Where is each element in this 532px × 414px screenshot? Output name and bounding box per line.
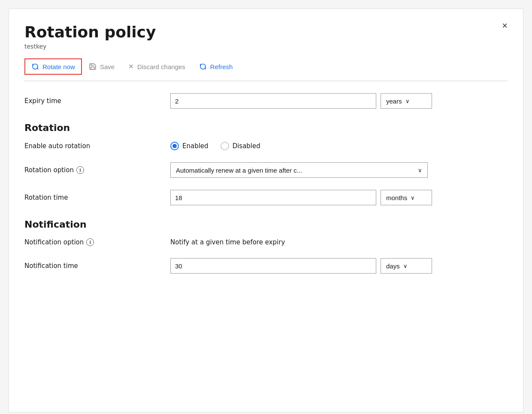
rotation-time-unit-label: months: [386, 194, 407, 201]
enabled-radio-circle: [170, 142, 179, 150]
save-button[interactable]: Save: [82, 59, 121, 74]
rotation-option-controls: Automatically renew at a given time afte…: [170, 162, 508, 178]
notification-time-unit-label: days: [386, 262, 400, 270]
discard-changes-button[interactable]: ✕ Discard changes: [121, 59, 192, 74]
auto-rotation-controls: Enabled Disabled: [170, 142, 508, 150]
expiry-time-label: Expiry time: [24, 97, 170, 105]
disabled-radio-circle: [221, 142, 229, 150]
notification-time-input[interactable]: [170, 258, 376, 274]
notification-option-row: Notification option i Notify at a given …: [24, 238, 508, 246]
auto-rotation-label: Enable auto rotation: [24, 142, 170, 150]
rotation-time-unit-select[interactable]: months ∨: [381, 190, 432, 205]
panel-title: Rotation policy: [24, 23, 508, 41]
notification-time-unit-select[interactable]: days ∨: [381, 258, 432, 274]
expiry-unit-label: years: [386, 97, 402, 105]
close-button[interactable]: ×: [502, 21, 508, 30]
enabled-radio[interactable]: Enabled: [170, 142, 209, 150]
rotation-time-controls: months ∨: [170, 190, 508, 205]
rotation-option-label: Rotation option i: [24, 166, 170, 174]
expiry-time-input[interactable]: [170, 93, 376, 109]
save-label: Save: [100, 63, 115, 70]
discard-label: Discard changes: [137, 63, 185, 70]
rotate-now-icon: [31, 63, 39, 70]
rotate-now-label: Rotate now: [42, 63, 75, 70]
rotate-now-button[interactable]: Rotate now: [24, 58, 82, 75]
expiry-unit-select[interactable]: years ∨: [381, 93, 432, 109]
rotation-option-row: Rotation option i Automatically renew at…: [24, 162, 508, 178]
expiry-time-controls: years ∨: [170, 93, 508, 109]
disabled-radio-label: Disabled: [233, 142, 260, 150]
notification-option-value: Notify at a given time before expiry: [170, 238, 285, 246]
rotation-option-chevron: ∨: [418, 167, 422, 174]
save-icon: [89, 63, 97, 70]
panel-subtitle: testkey: [24, 43, 508, 50]
notification-time-label: Notification time: [24, 262, 170, 270]
rotation-section-title: Rotation: [24, 122, 508, 133]
notification-option-info-icon[interactable]: i: [86, 238, 94, 246]
auto-rotation-row: Enable auto rotation Enabled Disabled: [24, 142, 508, 150]
toolbar: Rotate now Save ✕ Discard changes R: [24, 58, 508, 81]
refresh-label: Refresh: [210, 63, 233, 70]
rotation-option-value: Automatically renew at a given time afte…: [176, 167, 302, 174]
notification-time-controls: days ∨: [170, 258, 508, 274]
notification-time-unit-chevron: ∨: [403, 263, 408, 269]
rotation-option-info-icon[interactable]: i: [76, 166, 84, 174]
rotation-time-row: Rotation time months ∨: [24, 190, 508, 205]
notification-option-controls: Notify at a given time before expiry: [170, 238, 508, 246]
rotation-time-unit-chevron: ∨: [411, 195, 415, 201]
notification-section: Notification Notification option i Notif…: [24, 219, 508, 274]
refresh-button[interactable]: Refresh: [192, 59, 240, 74]
expiry-unit-chevron: ∨: [405, 98, 410, 104]
notification-section-title: Notification: [24, 219, 508, 230]
auto-rotation-radio-group: Enabled Disabled: [170, 142, 260, 150]
discard-icon: ✕: [128, 63, 134, 70]
rotation-section: Rotation Enable auto rotation Enabled Di…: [24, 122, 508, 205]
expiry-time-row: Expiry time years ∨: [24, 93, 508, 109]
refresh-icon: [199, 63, 207, 70]
rotation-time-input[interactable]: [170, 190, 376, 205]
rotation-option-select[interactable]: Automatically renew at a given time afte…: [170, 162, 428, 178]
rotation-policy-panel: × Rotation policy testkey Rotate now Sav…: [9, 9, 523, 412]
enabled-radio-label: Enabled: [182, 142, 209, 150]
notification-time-row: Notification time days ∨: [24, 258, 508, 274]
disabled-radio[interactable]: Disabled: [221, 142, 260, 150]
rotation-time-label: Rotation time: [24, 194, 170, 201]
notification-option-label: Notification option i: [24, 238, 170, 246]
